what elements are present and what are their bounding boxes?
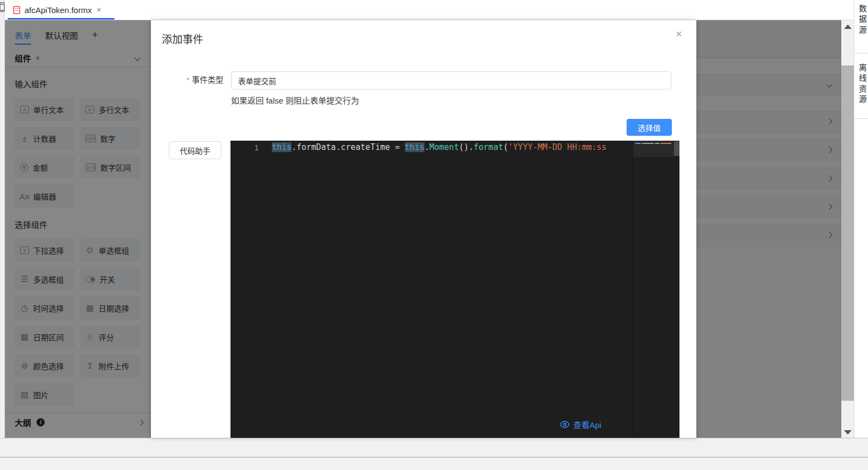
- bottom-band: [0, 438, 868, 470]
- add-event-dialog: 添加事件 × *事件类型 如果返回 false 则阻止表单提交行为 选择值 代码…: [151, 20, 696, 438]
- form-file-icon: [13, 6, 20, 14]
- view-api-label: 查看Api: [573, 419, 602, 430]
- line-number: 1: [230, 143, 259, 152]
- editor-scrollbar-thumb[interactable]: [674, 141, 679, 156]
- properties-panel: [696, 20, 841, 438]
- event-type-input[interactable]: [231, 71, 671, 89]
- code-token: ().: [459, 142, 474, 152]
- event-type-label: *事件类型: [151, 71, 223, 89]
- code-token: .formData.createTime =: [292, 142, 405, 152]
- tab-offline-resources[interactable]: 离线资源: [854, 53, 868, 119]
- scroll-up-icon[interactable]: [844, 25, 852, 29]
- panel-toggle-icon[interactable]: [0, 4, 5, 12]
- right-tab-strip: 数据源 离线资源: [854, 0, 868, 438]
- editor-scrollbar[interactable]: [674, 141, 679, 438]
- code-token: format: [474, 142, 503, 152]
- scroll-down-icon[interactable]: [844, 430, 852, 435]
- file-tab-close-icon[interactable]: ×: [96, 5, 101, 14]
- left-collapsed-strip: [0, 0, 5, 438]
- dialog-title: 添加事件: [162, 31, 203, 46]
- app-window: afcApiToken.formx × 表单 默认视图 + 组件 ≡ 输入组件A…: [0, 0, 868, 470]
- component-sidebar: 表单 默认视图 + 组件 ≡ 输入组件A单行文本A多行文本±计数器123数字¥金…: [5, 20, 151, 438]
- tab-data-source[interactable]: 数据源: [854, 0, 868, 53]
- minimap-code-line: [642, 143, 654, 144]
- select-value-button[interactable]: 选择值: [627, 119, 672, 136]
- minimap-code-line: [660, 143, 671, 144]
- modal-backdrop-left: [5, 20, 151, 438]
- bottom-divider: [0, 457, 868, 457]
- code-line[interactable]: this.formData.createTime = this.Moment()…: [272, 142, 606, 152]
- eye-icon: [560, 421, 569, 428]
- code-token: this: [405, 142, 424, 152]
- minimap-code-line: [655, 143, 659, 144]
- view-api-link[interactable]: 查看Api: [560, 419, 602, 430]
- code-editor[interactable]: 1 this.formData.createTime = this.Moment…: [230, 141, 679, 438]
- top-tab-bar: afcApiToken.formx ×: [5, 0, 854, 20]
- modal-backdrop-right: [696, 20, 841, 438]
- code-token: .: [424, 142, 429, 152]
- active-tab-underline: [8, 18, 114, 20]
- data-source-label: 数据源: [854, 0, 868, 37]
- dialog-close-icon[interactable]: ×: [676, 28, 682, 39]
- required-mark: *: [186, 76, 190, 85]
- file-tab-title: afcApiToken.formx: [25, 5, 92, 15]
- code-assistant-button[interactable]: 代码助手: [169, 141, 221, 159]
- event-help-text: 如果返回 false 则阻止表单提交行为: [231, 94, 359, 106]
- app-scrollbar-thumb[interactable]: [841, 65, 854, 401]
- code-token: (: [503, 142, 508, 152]
- code-token: 'YYYY-MM-DD HH:mm:ss: [508, 142, 607, 152]
- code-token: this: [272, 142, 292, 152]
- minimap-code-line: [635, 143, 641, 144]
- code-token: Moment: [429, 142, 459, 152]
- offline-resources-label: 离线资源: [854, 59, 868, 106]
- minimap[interactable]: [633, 141, 674, 438]
- app-scrollbar[interactable]: [841, 20, 854, 439]
- file-tab[interactable]: afcApiToken.formx ×: [8, 0, 114, 20]
